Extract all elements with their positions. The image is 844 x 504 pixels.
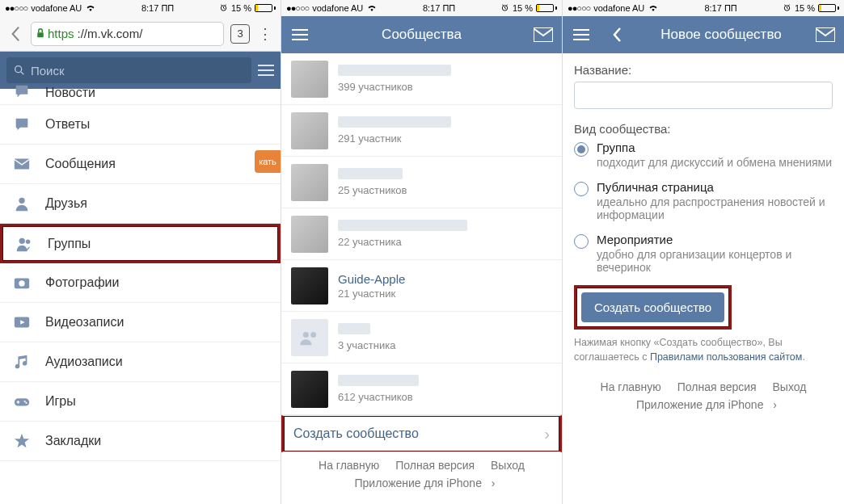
- gamepad-icon: [11, 391, 32, 412]
- create-button-highlight: Создать сообщество: [574, 285, 732, 330]
- group-title: [338, 168, 403, 179]
- svg-point-8: [19, 280, 24, 286]
- list-item[interactable]: 291 участник: [281, 105, 562, 157]
- rules-link[interactable]: Правилами пользования сайтом: [650, 351, 803, 363]
- menu-item-bookmarks[interactable]: Закладки: [0, 422, 281, 461]
- menu-label: Аудиозаписи: [45, 355, 123, 369]
- menu-icon[interactable]: [289, 24, 310, 45]
- back-icon[interactable]: [6, 25, 24, 43]
- menu-label: Новости: [45, 86, 95, 100]
- create-label: Создать сообщество: [293, 426, 419, 441]
- battery-label: 15 %: [231, 3, 251, 13]
- footer-home[interactable]: На главную: [601, 380, 661, 393]
- radio-group[interactable]: Группаподходит для дискуссий и обмена мн…: [574, 141, 833, 169]
- battery-label: 15 %: [795, 3, 815, 13]
- list-item[interactable]: 25 участников: [281, 157, 562, 208]
- page-title: Сообщества: [382, 27, 462, 43]
- footer-app[interactable]: Приложение для iPhone: [636, 398, 763, 411]
- tabs-button[interactable]: 3: [230, 24, 250, 44]
- camera-icon: [11, 272, 32, 293]
- envelope-icon: [11, 153, 32, 174]
- people-icon: [14, 233, 35, 254]
- menu-item-videos[interactable]: Видеозаписи: [0, 303, 281, 342]
- side-tab[interactable]: кать: [255, 150, 281, 173]
- radio-label: Мероприятие: [597, 233, 833, 246]
- url-input[interactable]: https://m.vk.com/: [31, 22, 224, 46]
- signal-icon: ●●○○○: [568, 3, 590, 13]
- list-item[interactable]: 612 участников: [281, 363, 562, 415]
- safari-toolbar: https://m.vk.com/ 3 ⋮: [0, 16, 281, 52]
- list-item[interactable]: 22 участника: [281, 208, 562, 260]
- pane-new-community: ●●○○○ vodafone AU 8:17 ПП 15 % Новое соо…: [563, 0, 844, 504]
- vk-header: Сообщества: [281, 16, 562, 53]
- footer-full[interactable]: Полная версия: [395, 459, 475, 472]
- group-title: [338, 375, 419, 386]
- alarm-icon: [219, 3, 228, 14]
- wifi-icon: [648, 3, 659, 13]
- page-title: Новое сообщество: [660, 27, 781, 43]
- carrier-label: vodafone AU: [31, 3, 82, 13]
- footer-exit[interactable]: Выход: [773, 380, 807, 393]
- menu-item-audio[interactable]: Аудиозаписи: [0, 342, 281, 382]
- battery-icon: [255, 4, 276, 12]
- radio-page[interactable]: Публичная страницаидеально для распростр…: [574, 180, 833, 221]
- menu-item-messages[interactable]: Сообщения: [0, 145, 281, 184]
- create-community-link[interactable]: Создать сообщество ›: [281, 415, 562, 452]
- menu-item-friends[interactable]: Друзья: [0, 184, 281, 224]
- time-label: 8:17 ПП: [704, 3, 736, 13]
- name-label: Название:: [574, 63, 833, 77]
- mail-icon[interactable]: [815, 24, 836, 45]
- person-icon: [11, 193, 32, 214]
- svg-rect-1: [37, 32, 44, 37]
- communities-list: 399 участников 291 участник 25 участнико…: [281, 53, 562, 415]
- group-sub: 612 участников: [338, 391, 419, 403]
- menu-item-answers[interactable]: Ответы: [0, 105, 281, 145]
- group-sub: 22 участника: [338, 236, 467, 248]
- radio-icon: [574, 142, 589, 157]
- radio-label: Публичная страница: [597, 180, 833, 194]
- avatar: [291, 216, 328, 253]
- mail-icon[interactable]: [533, 24, 554, 45]
- back-icon[interactable]: [606, 24, 627, 45]
- svg-point-4: [19, 198, 24, 204]
- menu-icon[interactable]: [258, 69, 274, 71]
- more-icon[interactable]: ⋮: [256, 32, 274, 36]
- wifi-icon: [85, 3, 96, 13]
- footer-home[interactable]: На главную: [319, 459, 379, 472]
- avatar: [291, 112, 328, 149]
- create-button[interactable]: Создать сообщество: [581, 292, 724, 322]
- list-item[interactable]: 3 участника: [281, 312, 562, 363]
- menu-item-news[interactable]: Новости: [0, 89, 281, 105]
- alarm-icon: [783, 3, 791, 14]
- menu-label: Сообщения: [45, 157, 116, 171]
- menu-label: Друзья: [45, 196, 87, 211]
- star-icon: [11, 430, 32, 452]
- search-input[interactable]: Поиск: [6, 57, 251, 83]
- menu-item-games[interactable]: Игры: [0, 382, 281, 422]
- name-input[interactable]: [574, 82, 833, 109]
- list-item[interactable]: Guide-Apple21 участник: [281, 260, 562, 312]
- vk-header: Новое сообщество: [563, 16, 844, 53]
- signal-icon: ●●○○○: [286, 3, 309, 13]
- group-title: [338, 116, 451, 128]
- search-placeholder: Поиск: [31, 64, 65, 78]
- footer-exit[interactable]: Выход: [491, 459, 525, 472]
- menu-icon[interactable]: [571, 24, 592, 45]
- list-item[interactable]: 399 участников: [281, 53, 562, 105]
- radio-icon: [574, 182, 589, 196]
- reply-icon: [11, 114, 32, 135]
- video-icon: [11, 312, 32, 333]
- footer-full[interactable]: Полная версия: [677, 380, 757, 393]
- chevron-right-icon: ›: [544, 425, 550, 443]
- status-bar: ●●○○○ vodafone AU 8:17 ПП 15 %: [0, 0, 281, 16]
- radio-event[interactable]: Мероприятиеудобно для организации концер…: [574, 233, 833, 274]
- avatar: [291, 164, 328, 201]
- status-bar: ●●○○○ vodafone AU 8:17 ПП 15 %: [281, 0, 562, 16]
- footer-app[interactable]: Приложение для iPhone: [355, 477, 482, 489]
- new-community-form: Название: Вид сообщества: Группаподходит…: [563, 53, 844, 374]
- menu-item-groups[interactable]: Группы: [0, 224, 281, 263]
- footer-links: На главную Полная версия Выход Приложени…: [281, 452, 562, 493]
- battery-icon: [536, 4, 557, 12]
- menu-item-photos[interactable]: Фотографии: [0, 263, 281, 303]
- alarm-icon: [500, 3, 509, 14]
